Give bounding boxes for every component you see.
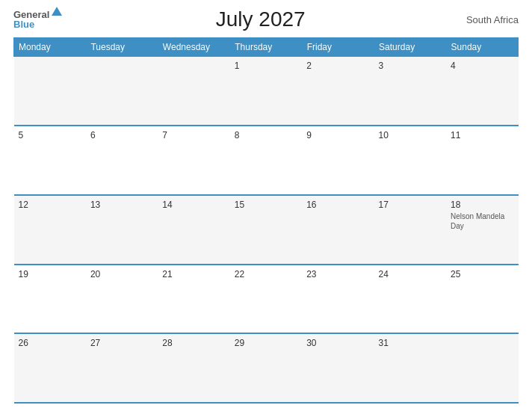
day-number: 7 (162, 130, 225, 140)
day-number: 28 (162, 338, 225, 348)
day-number: 2 (306, 61, 369, 71)
calendar-cell: 5 (14, 126, 86, 195)
day-number: 6 (90, 130, 153, 140)
day-number: 18 (451, 200, 513, 210)
calendar-cell: 6 (86, 126, 158, 195)
calendar-week-5: 262728293031 (14, 333, 519, 403)
calendar-week-3: 12131415161718Nelson Mandela Day (14, 195, 519, 265)
col-header-monday: Monday (14, 38, 86, 57)
calendar-cell (446, 333, 518, 403)
logo-triangle-icon (52, 7, 62, 16)
calendar-table: MondayTuesdayWednesdayThursdayFridaySatu… (13, 37, 519, 404)
calendar-cell: 19 (14, 265, 86, 334)
day-number: 9 (306, 130, 369, 140)
calendar-cell: 29 (230, 333, 302, 403)
calendar-cell: 31 (374, 333, 446, 403)
day-number: 5 (19, 130, 81, 140)
calendar-cell: 4 (446, 57, 518, 126)
day-number: 24 (379, 269, 442, 279)
calendar-cell: 21 (158, 265, 229, 334)
day-number: 10 (379, 130, 442, 140)
country-label: South Africa (459, 14, 519, 25)
day-number: 12 (19, 200, 81, 210)
day-number: 13 (90, 200, 153, 210)
day-number: 8 (235, 130, 297, 140)
day-number: 11 (451, 130, 513, 140)
col-header-saturday: Saturday (374, 38, 446, 57)
calendar-cell (86, 57, 158, 126)
event-label: Nelson Mandela Day (451, 212, 504, 230)
calendar-cell: 30 (302, 333, 374, 403)
day-number: 14 (162, 200, 225, 210)
calendar-cell: 25 (446, 265, 518, 334)
calendar-cell: 11 (446, 126, 518, 195)
day-number: 22 (235, 269, 297, 279)
calendar-cell: 9 (302, 126, 374, 195)
calendar-cell: 20 (86, 265, 158, 334)
calendar-cell: 24 (374, 265, 446, 334)
day-number: 1 (235, 61, 297, 71)
col-header-tuesday: Tuesday (86, 38, 158, 57)
col-header-thursday: Thursday (230, 38, 302, 57)
day-number: 15 (235, 200, 297, 210)
calendar-week-4: 19202122232425 (14, 265, 519, 334)
calendar-cell: 28 (158, 333, 229, 403)
calendar-header: General Blue July 2027 South Africa (13, 7, 519, 31)
logo-blue: Blue (13, 19, 62, 29)
day-number: 4 (451, 61, 513, 71)
col-header-friday: Friday (302, 38, 374, 57)
logo: General Blue (13, 10, 62, 29)
day-number: 3 (379, 61, 442, 71)
calendar-cell: 7 (158, 126, 229, 195)
day-number: 31 (379, 338, 442, 348)
calendar-cell: 14 (158, 195, 229, 265)
day-number: 25 (451, 269, 513, 279)
calendar-week-1: 1234 (14, 57, 519, 126)
calendar-cell: 23 (302, 265, 374, 334)
calendar-cell (158, 57, 229, 126)
calendar-cell: 22 (230, 265, 302, 334)
day-number: 16 (306, 200, 369, 210)
calendar-cell: 18Nelson Mandela Day (446, 195, 518, 265)
day-number: 19 (19, 269, 81, 279)
calendar-header-row: MondayTuesdayWednesdayThursdayFridaySatu… (14, 38, 519, 57)
calendar-cell: 2 (302, 57, 374, 126)
day-number: 20 (90, 269, 153, 279)
calendar-title: July 2027 (62, 7, 459, 31)
day-number: 26 (19, 338, 81, 348)
day-number: 27 (90, 338, 153, 348)
calendar-cell (14, 57, 86, 126)
day-number: 23 (306, 269, 369, 279)
calendar-cell: 16 (302, 195, 374, 265)
calendar-cell: 12 (14, 195, 86, 265)
calendar-cell: 26 (14, 333, 86, 403)
day-number: 29 (235, 338, 297, 348)
calendar-cell: 27 (86, 333, 158, 403)
calendar-cell: 10 (374, 126, 446, 195)
day-number: 21 (162, 269, 225, 279)
calendar-cell: 13 (86, 195, 158, 265)
calendar-week-2: 567891011 (14, 126, 519, 195)
calendar-cell: 17 (374, 195, 446, 265)
calendar-cell: 8 (230, 126, 302, 195)
col-header-sunday: Sunday (446, 38, 518, 57)
calendar-cell: 1 (230, 57, 302, 126)
day-number: 30 (306, 338, 369, 348)
calendar-cell: 15 (230, 195, 302, 265)
col-header-wednesday: Wednesday (158, 38, 229, 57)
day-number: 17 (379, 200, 442, 210)
calendar-cell: 3 (374, 57, 446, 126)
